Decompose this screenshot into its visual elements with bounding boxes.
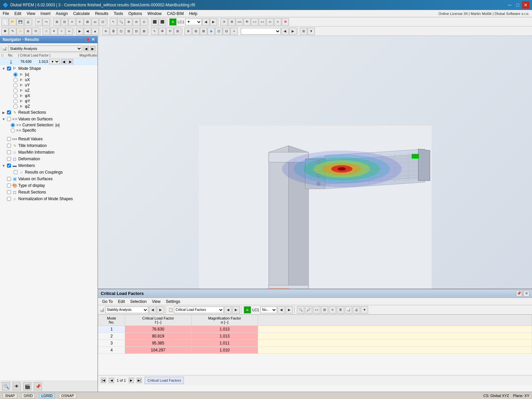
menu-help[interactable]: Help [187, 11, 200, 17]
radio-uz-input[interactable] [13, 88, 18, 93]
result-values-checkbox[interactable] [7, 137, 11, 141]
deformation-checkbox[interactable] [7, 157, 11, 161]
tb2-btn2[interactable]: ✎ [9, 28, 16, 35]
menu-results[interactable]: Results [92, 11, 111, 17]
results-view[interactable]: View [150, 299, 163, 305]
radio-phiy[interactable]: 🏳 φY [0, 98, 97, 104]
cursor-btn[interactable]: ↖ [110, 18, 117, 26]
save-button[interactable]: 💾 [17, 18, 24, 26]
res-icon1[interactable]: 🔍 [297, 306, 304, 314]
tb2-btn4[interactable]: ⊕ [24, 28, 32, 35]
mode-next[interactable]: ▶ [68, 59, 73, 64]
type-display-checkbox[interactable] [7, 184, 11, 188]
menu-calculate[interactable]: Calculate [70, 11, 92, 17]
zoom-btn[interactable]: 🔍 [117, 18, 125, 26]
tb2-btn20[interactable]: ⊟ [223, 28, 230, 35]
mode-number[interactable]: 1 [10, 60, 15, 64]
print-button[interactable]: 🖨 [24, 18, 32, 26]
res-table3[interactable]: ≣ [337, 306, 344, 314]
nav-icon-camera[interactable]: 🎬 [23, 382, 31, 390]
res-icon2[interactable]: 🔎 [305, 306, 312, 314]
eye-btn[interactable]: 👁 [243, 18, 251, 26]
tb2-btn8[interactable]: ✧ [58, 28, 65, 35]
members-checkbox[interactable] [7, 164, 11, 168]
nav-next[interactable]: ▶ [210, 18, 217, 26]
stability-select[interactable]: Stability Analysis [8, 46, 82, 52]
mode-prev[interactable]: ◀ [61, 59, 66, 64]
tb2-mesh[interactable]: ⊠ [200, 28, 207, 35]
nav-close-icon[interactable]: ✕ [91, 37, 95, 42]
tree-normalization[interactable]: ▶ ☺ Normalization of Mode Shapes [0, 196, 97, 202]
status-lgrid[interactable]: LGRID [39, 393, 55, 398]
results-stability-select[interactable]: Stability Analysis [105, 307, 148, 313]
tb2-btn16[interactable]: ⊞ [125, 28, 132, 35]
cs-select[interactable]: 1 - Global XYZ [241, 28, 281, 35]
mode-shape-checkbox[interactable] [7, 66, 11, 70]
lc-select[interactable]: ▼ [185, 19, 202, 25]
results-clf-select[interactable]: Critical Load Factors [174, 307, 224, 313]
tb-btn-5[interactable]: ≡ [68, 18, 76, 26]
tree-values-surfaces-2[interactable]: ▶ ▣ Values on Surfaces [0, 176, 97, 182]
menu-assign[interactable]: Assign [53, 11, 70, 17]
settings-btn[interactable]: ⚙ [228, 18, 235, 26]
radio-u-abs[interactable]: 🏳 |u| [0, 72, 97, 77]
mode-dropdown[interactable]: ▼ [49, 59, 60, 64]
zoom4-btn[interactable]: ⊙ [140, 18, 148, 26]
view-btn2[interactable]: ⬛ [159, 18, 166, 26]
tree-result-values[interactable]: ▶ xxx Result Values [0, 136, 97, 142]
cursor2-btn[interactable]: ✕ [220, 18, 228, 26]
close-button[interactable]: ✕ [522, 1, 529, 9]
tb-btn-sc[interactable]: sc [91, 18, 99, 26]
stability-next[interactable]: ▶ [90, 46, 95, 51]
rs2-checkbox[interactable] [7, 190, 11, 194]
nav-prev[interactable]: ◀ [202, 18, 209, 26]
res-print[interactable]: 🖨 [353, 306, 360, 314]
tree-result-sections[interactable]: ▶ ✎ Result Sections [0, 109, 97, 116]
tb2-snap[interactable]: ⊕ [185, 28, 192, 35]
radio-phiz[interactable]: 🏳 φZ [0, 104, 97, 109]
tb2-btn19[interactable]: ⊡ [215, 28, 222, 35]
radio-uz[interactable]: 🏳 uZ [0, 88, 97, 93]
results-settings[interactable]: Settings [164, 299, 182, 305]
tb2-btn15[interactable]: ⊡ [117, 28, 125, 35]
radio-ux[interactable]: 🏳 uX [0, 77, 97, 82]
new-button[interactable]: 📄 [1, 18, 9, 26]
minimize-button[interactable]: ─ [506, 1, 513, 9]
tree-maxmin-info[interactable]: ▶ ☺ Max/Min Information [0, 149, 97, 156]
tree-mode-shape[interactable]: ▼ 🏳 Mode Shape [0, 65, 97, 72]
tb2-btn10[interactable]: ▶ [76, 28, 83, 35]
tb2-move[interactable]: ✙ [159, 28, 166, 35]
menu-edit[interactable]: Edit [12, 11, 24, 17]
radio-phix[interactable]: 🏳 φX [0, 93, 97, 98]
tb2-btn5[interactable]: ⟲ [32, 28, 39, 35]
tb2-btn7[interactable]: ✦ [50, 28, 58, 35]
status-snap[interactable]: SNAP [3, 393, 17, 398]
tb-btn-4[interactable]: ⊟ [61, 18, 68, 26]
res-table1[interactable]: ⊞ [321, 306, 328, 314]
nav-icon-search[interactable]: 🔍 [2, 382, 10, 390]
res-clf-next[interactable]: ▶ [232, 306, 240, 314]
tree-members[interactable]: ▼ ▬ Members [0, 162, 97, 169]
xyz3-btn[interactable]: x.x [259, 18, 266, 26]
zoom2-btn[interactable]: ⊕ [125, 18, 132, 26]
xyz2-btn[interactable]: x.x [251, 18, 258, 26]
nav-icon-eye[interactable]: 👁 [13, 382, 21, 390]
maximize-button[interactable]: □ [514, 1, 521, 9]
members-expand[interactable]: ▼ [1, 163, 6, 168]
results-close-btn[interactable]: ✕ [523, 291, 529, 297]
tb2-btn9[interactable]: xx [66, 28, 73, 35]
tb2-btn6[interactable]: ☆ [43, 28, 50, 35]
page-first-btn[interactable]: |◀ [101, 378, 106, 383]
menu-insert[interactable]: Insert [38, 11, 53, 17]
result-sections-checkbox[interactable] [7, 110, 11, 114]
tb2-btn11[interactable]: ◀ [84, 28, 91, 35]
tb2-btn3[interactable]: ⚡ [17, 28, 24, 35]
page-next-btn[interactable]: ▶ [129, 378, 134, 383]
res-table2[interactable]: ≡ [329, 306, 336, 314]
tb2-scale[interactable]: ⊞ [174, 28, 181, 35]
view-btn1[interactable]: ⬛ [151, 18, 158, 26]
red-x-btn[interactable]: ✕ [282, 18, 289, 26]
tb2-btn14[interactable]: ≣ [110, 28, 117, 35]
status-osnap[interactable]: OSNAP [59, 393, 76, 398]
cs-nav-prev[interactable]: ◀ [281, 28, 289, 35]
